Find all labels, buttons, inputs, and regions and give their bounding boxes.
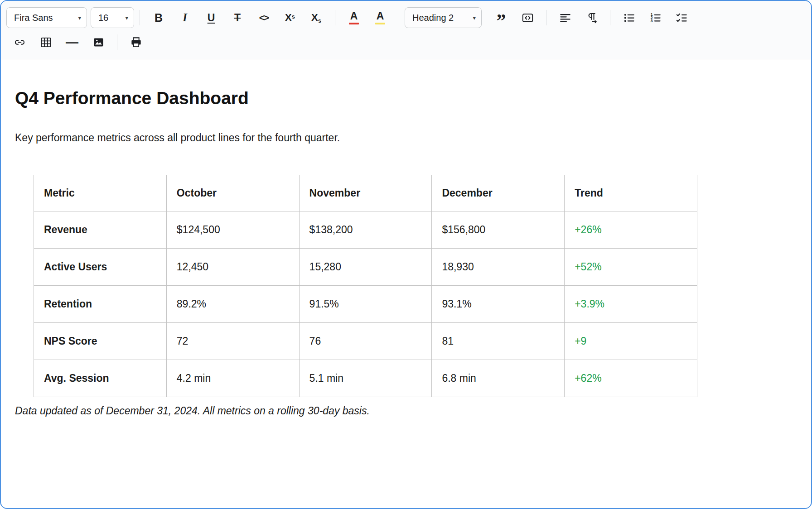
table-cell[interactable]: 81 xyxy=(432,323,565,360)
horizontal-rule-icon: — xyxy=(66,35,78,49)
document-intro[interactable]: Key performance metrics across all produ… xyxy=(15,132,797,144)
document-title[interactable]: Q4 Performance Dashboard xyxy=(15,88,797,108)
blockquote-button[interactable]: ” xyxy=(491,7,512,28)
editor-toolbar: Fira Sans ▾ 16 ▾ B I U T <> xyxy=(1,1,811,59)
table-header-row: Metric October November December Trend xyxy=(34,175,697,211)
align-left-button[interactable] xyxy=(555,7,575,28)
text-color-icon: A xyxy=(350,11,358,24)
strikethrough-button[interactable]: T xyxy=(227,7,248,28)
toolbar-separator xyxy=(399,10,399,25)
table-cell-trend[interactable]: +52% xyxy=(565,249,697,286)
table-row: Revenue $124,500 $138,200 $156,800 +26% xyxy=(34,211,697,249)
table-cell-trend[interactable]: +62% xyxy=(565,360,697,397)
svg-text:3: 3 xyxy=(650,18,652,23)
table-cell[interactable]: $124,500 xyxy=(166,211,299,249)
document-footnote[interactable]: Data updated as of December 31, 2024. Al… xyxy=(15,405,797,417)
toolbar-separator xyxy=(546,10,546,25)
metrics-table: Metric October November December Trend R… xyxy=(34,175,697,397)
font-family-select[interactable]: Fira Sans ▾ xyxy=(6,7,87,28)
italic-button[interactable]: I xyxy=(174,7,195,28)
insert-table-button[interactable] xyxy=(35,32,56,53)
table-cell[interactable]: 76 xyxy=(299,323,432,360)
underline-button[interactable]: U xyxy=(201,7,222,28)
table-row: NPS Score 72 76 81 +9 xyxy=(34,323,697,360)
align-left-icon xyxy=(559,12,571,24)
heading-select[interactable]: Heading 2 ▾ xyxy=(405,7,482,28)
table-header-cell[interactable]: Metric xyxy=(34,175,167,211)
chevron-down-icon: ▾ xyxy=(78,14,81,21)
table-cell[interactable]: 91.5% xyxy=(299,286,432,323)
table-header-cell[interactable]: October xyxy=(166,175,299,211)
table-cell[interactable]: Active Users xyxy=(34,249,167,286)
underline-icon: U xyxy=(208,12,215,24)
task-list-icon xyxy=(676,12,688,24)
table-row: Avg. Session 4.2 min 5.1 min 6.8 min +62… xyxy=(34,360,697,397)
subscript-icon: Xs xyxy=(311,12,321,24)
ordered-list-icon: 1 2 3 xyxy=(649,12,662,24)
bold-icon: B xyxy=(155,11,163,24)
inline-code-button[interactable]: <> xyxy=(253,7,274,28)
highlight-button[interactable]: A xyxy=(370,7,391,28)
font-family-value: Fira Sans xyxy=(14,13,53,23)
toolbar-separator xyxy=(335,10,335,25)
task-list-button[interactable] xyxy=(671,7,692,28)
code-block-icon xyxy=(522,12,534,24)
superscript-button[interactable]: Xs xyxy=(280,7,300,28)
toolbar-separator xyxy=(140,10,140,25)
horizontal-rule-button[interactable]: — xyxy=(62,32,82,53)
table-cell[interactable]: 15,280 xyxy=(299,249,432,286)
table-cell[interactable]: $156,800 xyxy=(432,211,565,249)
bullet-list-icon xyxy=(623,12,635,24)
bold-button[interactable]: B xyxy=(148,7,169,28)
table-cell[interactable]: 72 xyxy=(166,323,299,360)
table-row: Retention 89.2% 91.5% 93.1% +3.9% xyxy=(34,286,697,323)
editor-window: Fira Sans ▾ 16 ▾ B I U T <> xyxy=(0,0,812,509)
link-button[interactable] xyxy=(9,32,30,53)
insert-image-button[interactable] xyxy=(88,32,109,53)
strikethrough-icon: T xyxy=(234,12,241,24)
table-cell[interactable]: 12,450 xyxy=(166,249,299,286)
table-header-cell[interactable]: December xyxy=(432,175,565,211)
table-cell[interactable]: 89.2% xyxy=(166,286,299,323)
toolbar-separator xyxy=(117,34,117,50)
table-cell[interactable]: 4.2 min xyxy=(166,360,299,397)
chevron-down-icon: ▾ xyxy=(473,14,476,21)
toolbar-separator xyxy=(610,10,610,25)
table-cell[interactable]: 6.8 min xyxy=(432,360,565,397)
code-block-button[interactable] xyxy=(517,7,538,28)
table-cell[interactable]: 18,930 xyxy=(432,249,565,286)
table-cell[interactable]: Revenue xyxy=(34,211,167,249)
blockquote-icon: ” xyxy=(497,11,506,30)
table-row: Active Users 12,450 15,280 18,930 +52% xyxy=(34,249,697,286)
table-header-cell[interactable]: November xyxy=(299,175,432,211)
table-cell[interactable]: 93.1% xyxy=(432,286,565,323)
table-cell-trend[interactable]: +26% xyxy=(565,211,697,249)
superscript-icon: Xs xyxy=(285,12,295,24)
link-icon xyxy=(14,36,26,48)
toolbar-row-1: Fira Sans ▾ 16 ▾ B I U T <> xyxy=(6,5,806,30)
table-cell-trend[interactable]: +9 xyxy=(565,323,697,360)
print-icon xyxy=(130,36,142,48)
paragraph-direction-button[interactable] xyxy=(581,7,602,28)
table-cell[interactable]: 5.1 min xyxy=(299,360,432,397)
table-cell[interactable]: NPS Score xyxy=(34,323,167,360)
table-cell[interactable]: Retention xyxy=(34,286,167,323)
table-cell-trend[interactable]: +3.9% xyxy=(565,286,697,323)
heading-value: Heading 2 xyxy=(412,13,454,23)
subscript-button[interactable]: Xs xyxy=(306,7,327,28)
table-icon xyxy=(40,36,52,48)
print-button[interactable] xyxy=(126,32,146,53)
table-cell[interactable]: $138,200 xyxy=(299,211,432,249)
italic-icon: I xyxy=(183,11,187,24)
font-size-select[interactable]: 16 ▾ xyxy=(91,7,134,28)
table-header-cell[interactable]: Trend xyxy=(565,175,697,211)
ordered-list-button[interactable]: 1 2 3 xyxy=(645,7,666,28)
document-canvas[interactable]: Q4 Performance Dashboard Key performance… xyxy=(1,59,811,417)
image-icon xyxy=(92,36,105,48)
bullet-list-button[interactable] xyxy=(619,7,639,28)
paragraph-direction-icon xyxy=(585,12,598,24)
table-cell[interactable]: Avg. Session xyxy=(34,360,167,397)
toolbar-row-2: — xyxy=(6,31,806,53)
highlight-icon: A xyxy=(377,11,384,24)
text-color-button[interactable]: A xyxy=(343,7,364,28)
